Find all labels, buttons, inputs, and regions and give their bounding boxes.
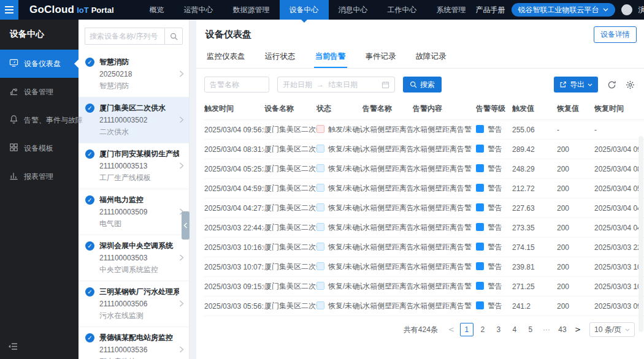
cell-level: 警告 — [476, 218, 512, 238]
cell-level: 警告 — [476, 297, 512, 316]
tab-监控仪表盘[interactable]: 监控仪表盘 — [205, 46, 247, 68]
device-serial: 211100003513 — [99, 162, 179, 170]
sidebar-item-告警、事件与故障[interactable]: 告警、事件与故障 — [0, 106, 79, 134]
device-list-item[interactable]: ✓景德镇某配电站房监控211100003536配电房监控 — [79, 327, 189, 359]
hamburger-menu-icon[interactable] — [0, 0, 18, 20]
search-button[interactable]: 搜索 — [403, 77, 442, 93]
cell-recover-value: 200 — [557, 297, 594, 316]
panel-collapse-handle[interactable] — [182, 211, 190, 240]
cell-device-name: 厦门集美区二次供水 — [264, 120, 316, 140]
tab-事件记录[interactable]: 事件记录 — [364, 46, 397, 68]
table-row[interactable]: 2025/03/04 04:27:37厦门集美区二次供水恢复/未确认水箱侧壁距离… — [204, 198, 644, 218]
device-info: 福州电力监控211100003509电气图 — [99, 195, 179, 229]
table-row[interactable]: 2025/03/04 05:25:37厦门集美区二次供水恢复/未确认水箱侧壁距离… — [204, 159, 644, 179]
status-text: 恢复/未确认 — [328, 184, 362, 192]
refresh-button[interactable] — [607, 80, 616, 89]
cell-device-name: 厦门集美区二次供水 — [264, 218, 316, 238]
top-nav-item-设备中心[interactable]: 设备中心 — [280, 0, 329, 20]
page-size-select[interactable]: 10 条/页 — [589, 322, 635, 337]
cell-recover-value: 200 — [557, 140, 594, 159]
level-square-icon — [476, 282, 484, 290]
table-row[interactable]: 2025/03/04 09:56:50厦门集美区二次供水触发/未确认水箱侧壁距离… — [204, 120, 644, 140]
sidebar-collapse-icon[interactable] — [8, 342, 18, 353]
pagination-page-2[interactable]: 2 — [476, 323, 489, 336]
cell-recover-value: 200 — [557, 238, 594, 257]
device-list-item[interactable]: ✓深圳会展中央空调系统211100003503中央空调系统监控 — [79, 235, 189, 281]
pagination-page-3[interactable]: 3 — [492, 323, 505, 336]
logo: GoCloudIoTPortal — [29, 4, 114, 16]
pagination-next-icon[interactable]: > — [572, 325, 583, 334]
cell-alarm-name: 水箱侧壁距离告警 — [362, 198, 413, 218]
chevron-left-icon — [183, 222, 188, 229]
status-text: 恢复/未确认 — [328, 164, 362, 173]
cell-alarm-content: 水箱侧壁距离告警 — [413, 257, 476, 277]
settings-button[interactable] — [626, 80, 635, 89]
top-nav-item-运营中心[interactable]: 运营中心 — [174, 0, 223, 20]
cell-device-name: 厦门集美区二次供水 — [264, 198, 316, 218]
top-nav-item-工作中心[interactable]: 工作中心 — [378, 0, 427, 20]
table-scrollbar[interactable] — [638, 136, 643, 332]
cell-alarm-name: 水箱侧壁距离告警 — [362, 257, 413, 277]
device-search — [85, 28, 183, 45]
table-row[interactable]: 2025/03/03 10:16:03厦门集美区二次供水恢复/未确认水箱侧壁距离… — [204, 238, 644, 257]
top-nav-item-消息中心[interactable]: 消息中心 — [329, 0, 378, 20]
sidebar-item-label: 报表管理 — [24, 172, 53, 182]
top-nav-item-概览[interactable]: 概览 — [140, 0, 174, 20]
level-square-icon — [476, 203, 484, 211]
sidebar-item-设备模板[interactable]: 设备模板 — [0, 134, 79, 162]
sidebar-item-设备仪表盘[interactable]: 设备仪表盘 — [0, 50, 79, 78]
cell-alarm-name: 水箱侧壁距离告警 — [362, 120, 413, 140]
device-tag: 智慧消防 — [99, 81, 179, 91]
table-row[interactable]: 2025/03/04 08:31:47厦门集美区二次供水恢复/未确认水箱侧壁距离… — [204, 140, 644, 159]
top-nav-item-系统管理[interactable]: 系统管理 — [427, 0, 476, 20]
level-text: 警告 — [488, 203, 502, 212]
pagination-page-4[interactable]: 4 — [508, 323, 521, 336]
product-manual-link[interactable]: 产品手册 — [476, 5, 505, 15]
pagination-page-5[interactable]: 5 — [524, 323, 537, 336]
device-info: 景德镇某配电站房监控211100003536配电房监控 — [99, 333, 179, 359]
cell-level: 警告 — [476, 179, 512, 198]
table-row[interactable]: 2025/03/03 05:56:11厦门集美区二次供水恢复/未确认水箱侧壁距离… — [204, 297, 644, 316]
table-row[interactable]: 2025/03/03 09:15:08厦门集美区二次供水恢复/未确认水箱侧壁距离… — [204, 277, 644, 297]
device-search-input[interactable] — [85, 28, 164, 45]
cell-trigger-value: 239.81 — [512, 257, 557, 277]
export-icon — [559, 81, 567, 88]
export-button[interactable]: 导出 — [554, 77, 598, 93]
table-row[interactable]: 2025/03/03 22:44:48厦门集美区二次供水恢复/未确认水箱侧壁距离… — [204, 218, 644, 238]
device-list-item[interactable]: ✓智慧消防20250218智慧消防 — [79, 51, 189, 97]
platform-select[interactable]: 锐谷智联工业物联云平台 — [512, 3, 615, 17]
sidebar-item-设备管理[interactable]: 设备管理 — [0, 78, 79, 106]
device-list-item[interactable]: ✓三明某钢铁厂污水处理系统211100003506污水在线监测 — [79, 281, 189, 327]
device-list-item[interactable]: ✓福州电力监控211100003509电气图 — [79, 189, 189, 235]
device-search-button[interactable] — [164, 28, 183, 45]
pagination-page-43[interactable]: 43 — [556, 323, 569, 336]
top-nav-item-数据源管理[interactable]: 数据源管理 — [223, 0, 280, 20]
date-range-picker[interactable]: 开始日期 → 结束日期 — [277, 77, 395, 93]
device-info: 深圳会展中央空调系统211100003503中央空调系统监控 — [99, 241, 179, 275]
device-list-item[interactable]: ✓厦门市同安某模切生产线211100003513工厂生产线模板 — [79, 143, 189, 189]
tab-故障记录[interactable]: 故障记录 — [415, 46, 448, 68]
cell-level: 警告 — [476, 159, 512, 179]
table-row[interactable]: 2025/03/04 04:59:56厦门集美区二次供水恢复/未确认水箱侧壁距离… — [204, 179, 644, 198]
device-list-item[interactable]: ✓厦门集美区二次供水211100003502二次供水 — [79, 97, 189, 143]
cell-level: 警告 — [476, 257, 512, 277]
device-detail-button[interactable]: 设备详情 — [594, 26, 637, 43]
check-circle-icon: ✓ — [85, 333, 94, 342]
pagination-prev-icon[interactable]: < — [446, 325, 457, 334]
table-row[interactable]: 2025/03/03 10:07:13厦门集美区二次供水恢复/未确认水箱侧壁距离… — [204, 257, 644, 277]
cell-trigger-value: 227.63 — [512, 198, 557, 218]
column-header-恢复值: 恢复值 — [557, 98, 594, 120]
pagination-page-1[interactable]: 1 — [460, 323, 473, 336]
alarm-name-input[interactable] — [204, 77, 269, 93]
status-square-icon — [316, 164, 324, 172]
device-serial: 211100003502 — [99, 116, 179, 124]
cell-recover-time: 2025/03/04 04 — [594, 218, 644, 238]
level-text: 警告 — [488, 243, 502, 251]
avatar[interactable] — [621, 4, 632, 15]
status-square-icon — [316, 203, 324, 211]
device-name: 厦门市同安某模切生产线 — [99, 149, 179, 159]
tab-运行状态[interactable]: 运行状态 — [264, 46, 297, 68]
sidebar-item-报表管理[interactable]: 报表管理 — [0, 162, 79, 191]
tab-当前告警[interactable]: 当前告警 — [314, 46, 347, 68]
cell-recover-time: 2025/03/04 08 — [594, 159, 644, 179]
